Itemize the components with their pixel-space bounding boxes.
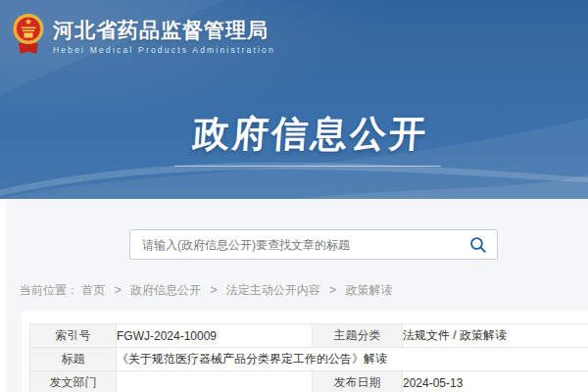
table-row: 标题 《关于规范医疗器械产品分类界定工作的公告》解读: [30, 348, 588, 371]
breadcrumb-home[interactable]: 首页: [81, 283, 105, 297]
breadcrumb: 当前位置： 首页 > 政府信息公开 > 法定主动公开内容 > 政策解读: [20, 282, 392, 299]
field-value-department: [117, 371, 313, 392]
field-value-category: 法规文件 / 政策解读: [403, 324, 588, 348]
banner-underline: [174, 166, 441, 167]
svg-text:★: ★: [24, 17, 32, 26]
field-value-title: 《关于规范医疗器械产品分类界定工作的公告》解读: [117, 348, 588, 371]
field-label-publish-date: 发布日期: [313, 371, 403, 392]
site-subtitle: Hebei Medical Products Administration: [53, 45, 275, 55]
search-bar: [129, 229, 498, 260]
org-name-block: 河北省药品监督管理局 Hebei Medical Products Admini…: [53, 11, 275, 55]
content-area: 当前位置： 首页 > 政府信息公开 > 法定主动公开内容 > 政策解读 索引号 …: [0, 199, 588, 392]
search-input[interactable]: [130, 238, 466, 252]
search-icon: [469, 236, 487, 254]
hero-banner: ★ 河北省药品监督管理局 Hebei Medical Products Admi…: [0, 0, 588, 199]
article-info-card: 索引号 FGWJ-2024-10009 主题分类 法规文件 / 政策解读 标题 …: [22, 311, 588, 392]
field-label-category: 主题分类: [313, 324, 403, 348]
breadcrumb-statutory-disclosure[interactable]: 法定主动公开内容: [226, 283, 320, 297]
page: ★ 河北省药品监督管理局 Hebei Medical Products Admi…: [0, 0, 588, 392]
table-row: 发文部门 发布日期 2024-05-13: [30, 371, 588, 392]
site-title: 河北省药品监督管理局: [53, 19, 275, 41]
field-label-index: 索引号: [30, 324, 117, 348]
breadcrumb-gov-info[interactable]: 政府信息公开: [130, 283, 201, 297]
breadcrumb-current: 政策解读: [345, 283, 392, 297]
search-button[interactable]: [466, 236, 497, 254]
breadcrumb-separator: >: [210, 283, 217, 297]
field-value-publish-date: 2024-05-13: [403, 371, 588, 392]
site-header: ★ 河北省药品监督管理局 Hebei Medical Products Admi…: [12, 11, 275, 56]
banner-title: 政府信息公开: [0, 110, 588, 159]
left-margin-strip: [0, 199, 6, 392]
breadcrumb-label: 当前位置：: [20, 283, 78, 297]
field-label-department: 发文部门: [30, 371, 117, 392]
field-value-index: FGWJ-2024-10009: [117, 324, 313, 348]
national-emblem-icon: ★: [12, 11, 45, 56]
field-label-title: 标题: [30, 348, 117, 371]
info-table: 索引号 FGWJ-2024-10009 主题分类 法规文件 / 政策解读 标题 …: [29, 323, 588, 392]
table-row: 索引号 FGWJ-2024-10009 主题分类 法规文件 / 政策解读: [30, 324, 588, 348]
breadcrumb-separator: >: [329, 283, 336, 297]
breadcrumb-separator: >: [115, 283, 122, 297]
